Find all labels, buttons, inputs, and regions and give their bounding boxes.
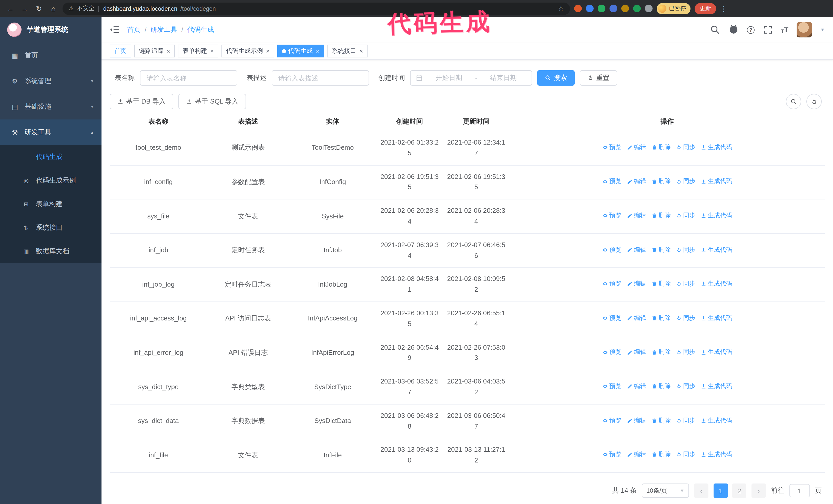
reset-button[interactable]: 重置: [580, 70, 617, 86]
action-download-link[interactable]: 生成代码: [700, 177, 732, 186]
action-delete-link[interactable]: 删除: [651, 313, 671, 323]
breadcrumb-item[interactable]: 代码生成: [187, 25, 214, 34]
action-sync-link[interactable]: 同步: [676, 211, 695, 220]
refresh-table-button[interactable]: [806, 94, 822, 109]
action-sync-link[interactable]: 同步: [676, 313, 695, 323]
search-button[interactable]: 搜索: [537, 70, 575, 86]
action-sync-link[interactable]: 同步: [676, 347, 695, 357]
toggle-search-button[interactable]: [786, 94, 801, 109]
action-edit-link[interactable]: 编辑: [627, 211, 646, 220]
date-range-picker[interactable]: 开始日期 - 结束日期: [410, 70, 532, 86]
action-edit-link[interactable]: 编辑: [627, 415, 646, 425]
action-edit-link[interactable]: 编辑: [627, 347, 646, 357]
page-2-button[interactable]: 2: [732, 483, 746, 498]
breadcrumb-item[interactable]: 首页: [127, 25, 140, 34]
action-eye-link[interactable]: 预览: [602, 450, 622, 459]
sidebar-item-db-doc[interactable]: ▥ 数据库文档: [0, 239, 101, 263]
goto-page-input[interactable]: [789, 484, 810, 497]
bookmark-star-icon[interactable]: ☆: [558, 5, 564, 12]
duckduckgo-extension-icon[interactable]: [574, 5, 582, 12]
forward-icon[interactable]: →: [20, 4, 30, 13]
action-edit-link[interactable]: 编辑: [627, 177, 646, 186]
view-tag[interactable]: 链路追踪 ×: [134, 45, 175, 57]
prev-page-button[interactable]: ‹: [694, 483, 709, 498]
view-tag[interactable]: 系统接口 ×: [327, 45, 367, 57]
close-icon[interactable]: ×: [210, 48, 214, 54]
action-edit-link[interactable]: 编辑: [627, 313, 646, 323]
action-delete-link[interactable]: 删除: [651, 143, 671, 152]
sidebar-item-infra[interactable]: ▤ 基础设施▾: [0, 94, 101, 119]
page-size-select[interactable]: 10条/页 ▼: [642, 483, 689, 498]
action-download-link[interactable]: 生成代码: [700, 245, 732, 255]
action-edit-link[interactable]: 编辑: [627, 143, 646, 152]
home-icon[interactable]: ⌂: [48, 4, 58, 13]
sidebar-item-codegen-example[interactable]: ◎ 代码生成示例: [0, 169, 101, 192]
table-name-input[interactable]: [140, 70, 237, 86]
action-edit-link[interactable]: 编辑: [627, 381, 646, 391]
github-icon[interactable]: [729, 25, 739, 35]
logo[interactable]: 芋道管理系统: [0, 17, 101, 43]
action-download-link[interactable]: 生成代码: [700, 415, 732, 425]
chrome-update-button[interactable]: 更新: [695, 3, 716, 14]
action-sync-link[interactable]: 同步: [676, 415, 695, 425]
help-icon[interactable]: ?: [747, 26, 755, 33]
action-delete-link[interactable]: 删除: [651, 450, 671, 459]
action-delete-link[interactable]: 删除: [651, 177, 671, 186]
action-eye-link[interactable]: 预览: [602, 381, 622, 391]
dark-extension-icon[interactable]: [621, 5, 629, 12]
action-download-link[interactable]: 生成代码: [700, 347, 732, 357]
close-icon[interactable]: ×: [359, 48, 363, 54]
action-edit-link[interactable]: 编辑: [627, 245, 646, 255]
action-download-link[interactable]: 生成代码: [700, 381, 732, 391]
sidebar-item-form-build[interactable]: ⊞ 表单构建: [0, 192, 101, 216]
puzzle-extension-icon[interactable]: [645, 5, 652, 12]
search-icon[interactable]: [710, 25, 720, 35]
view-tag[interactable]: 首页: [110, 45, 131, 57]
action-eye-link[interactable]: 预览: [602, 415, 622, 425]
action-sync-link[interactable]: 同步: [676, 245, 695, 255]
action-delete-link[interactable]: 删除: [651, 415, 671, 425]
action-edit-link[interactable]: 编辑: [627, 450, 646, 459]
user-avatar[interactable]: [796, 22, 812, 38]
action-download-link[interactable]: 生成代码: [700, 143, 732, 152]
action-eye-link[interactable]: 预览: [602, 177, 622, 186]
view-tag[interactable]: 代码生成示例 ×: [221, 45, 274, 57]
action-sync-link[interactable]: 同步: [676, 143, 695, 152]
close-icon[interactable]: ×: [167, 48, 170, 54]
action-edit-link[interactable]: 编辑: [627, 279, 646, 289]
sidebar-collapse-icon[interactable]: [110, 25, 120, 35]
action-download-link[interactable]: 生成代码: [700, 450, 732, 459]
action-delete-link[interactable]: 删除: [651, 347, 671, 357]
action-sync-link[interactable]: 同步: [676, 450, 695, 459]
leaf-extension-icon[interactable]: [633, 5, 641, 12]
sidebar-item-system[interactable]: ⚙ 系统管理▾: [0, 68, 101, 94]
font-size-icon[interactable]: TT: [781, 26, 788, 34]
action-download-link[interactable]: 生成代码: [700, 313, 732, 323]
action-delete-link[interactable]: 删除: [651, 211, 671, 220]
action-delete-link[interactable]: 删除: [651, 279, 671, 289]
next-page-button[interactable]: ›: [752, 483, 766, 498]
action-eye-link[interactable]: 预览: [602, 347, 622, 357]
action-eye-link[interactable]: 预览: [602, 279, 622, 289]
action-eye-link[interactable]: 预览: [602, 211, 622, 220]
action-eye-link[interactable]: 预览: [602, 245, 622, 255]
back-icon[interactable]: ←: [5, 4, 15, 13]
close-icon[interactable]: ×: [316, 48, 319, 54]
users-extension-icon[interactable]: [610, 5, 617, 12]
action-download-link[interactable]: 生成代码: [700, 279, 732, 289]
sidebar-item-codegen[interactable]: 代码生成: [0, 145, 101, 169]
address-bar[interactable]: ⚠ 不安全 dashboard.yudao.iocoder.cn/tool/co…: [63, 2, 570, 15]
sidebar-item-dev-tools[interactable]: ⚒ 研发工具▴: [0, 119, 101, 145]
action-delete-link[interactable]: 删除: [651, 245, 671, 255]
view-tag[interactable]: 代码生成 ×: [277, 45, 324, 57]
view-tag[interactable]: 表单构建 ×: [178, 45, 218, 57]
action-eye-link[interactable]: 预览: [602, 143, 622, 152]
fullscreen-icon[interactable]: [763, 25, 773, 35]
sidebar-item-home[interactable]: ▦ 首页: [0, 43, 101, 68]
action-sync-link[interactable]: 同步: [676, 381, 695, 391]
reload-icon[interactable]: ↻: [34, 4, 44, 13]
green-check-extension-icon[interactable]: [598, 5, 605, 12]
sidebar-item-system-api[interactable]: ⇅ 系统接口: [0, 216, 101, 239]
table-desc-input[interactable]: [272, 70, 369, 86]
action-sync-link[interactable]: 同步: [676, 177, 695, 186]
